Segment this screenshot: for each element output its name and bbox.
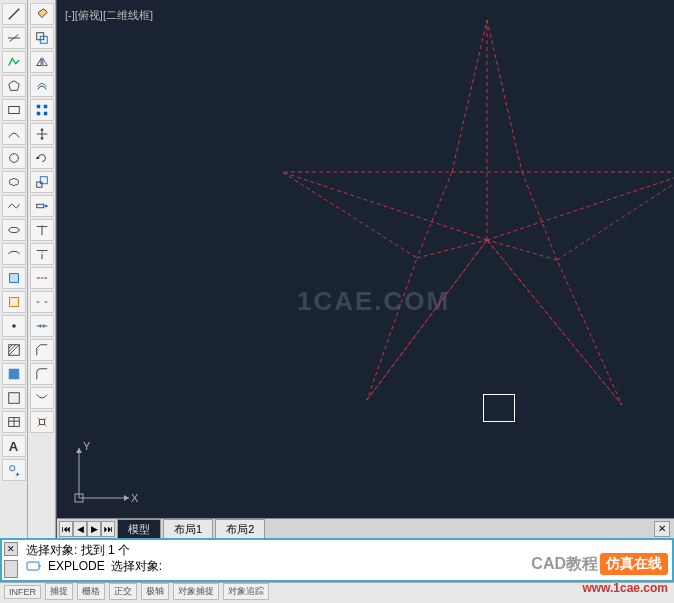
cmd-close-button[interactable]: ✕	[4, 542, 18, 556]
svg-rect-15	[8, 393, 19, 404]
status-ortho[interactable]: 正交	[109, 583, 137, 600]
svg-marker-40	[45, 204, 48, 208]
cmd-prompt-icon	[26, 559, 42, 573]
svg-rect-27	[36, 105, 40, 109]
watermark-url: www.1cae.com	[582, 581, 668, 595]
tool-region[interactable]	[2, 387, 26, 409]
svg-line-63	[487, 240, 622, 405]
tab-model[interactable]: 模型	[117, 519, 161, 539]
tool-explode[interactable]	[30, 411, 54, 433]
tool-construction-line[interactable]	[2, 27, 26, 49]
svg-rect-30	[43, 112, 47, 116]
ucs-icon: X Y	[69, 438, 139, 508]
tool-mtext[interactable]: A	[2, 435, 26, 457]
svg-text:X: X	[131, 492, 139, 504]
tab-layout1[interactable]: 布局1	[163, 519, 213, 539]
tool-fillet[interactable]	[30, 363, 54, 385]
tool-table[interactable]	[2, 411, 26, 433]
tool-revision-cloud[interactable]	[2, 171, 26, 193]
svg-marker-60	[282, 20, 674, 405]
svg-rect-28	[43, 105, 47, 109]
star-drawing	[57, 0, 674, 510]
tool-rotate[interactable]	[30, 147, 54, 169]
status-polar[interactable]: 极轴	[141, 583, 169, 600]
status-bar: INFER 捕捉 栅格 正交 极轴 对象捕捉 对象追踪	[0, 582, 674, 600]
tool-scale[interactable]	[30, 171, 54, 193]
svg-line-68	[487, 240, 557, 260]
tool-circle[interactable]	[2, 147, 26, 169]
svg-point-5	[9, 154, 18, 163]
tool-arc[interactable]	[2, 123, 26, 145]
tool-line[interactable]	[2, 3, 26, 25]
watermark-box: 仿真在线	[600, 553, 668, 575]
svg-line-62	[487, 172, 674, 240]
tool-chamfer[interactable]	[30, 339, 54, 361]
svg-line-67	[522, 172, 557, 260]
svg-line-56	[37, 418, 39, 420]
svg-marker-34	[40, 138, 44, 141]
tool-break-point[interactable]	[30, 267, 54, 289]
tool-polyline[interactable]	[2, 51, 26, 73]
svg-line-65	[282, 172, 487, 240]
tab-layout2[interactable]: 布局2	[215, 519, 265, 539]
tool-insert-block[interactable]	[2, 267, 26, 289]
tool-erase[interactable]	[30, 3, 54, 25]
svg-marker-74	[76, 448, 82, 453]
tool-gradient[interactable]	[2, 363, 26, 385]
tool-polygon[interactable]	[2, 75, 26, 97]
svg-point-49	[41, 277, 43, 279]
tool-make-block[interactable]	[2, 291, 26, 313]
svg-line-57	[44, 418, 46, 420]
tool-blend[interactable]	[30, 387, 54, 409]
svg-point-6	[8, 227, 19, 232]
tool-break[interactable]	[30, 291, 54, 313]
svg-rect-36	[36, 182, 41, 187]
tool-ellipse[interactable]	[2, 219, 26, 241]
svg-rect-14	[8, 369, 19, 380]
tab-scroll-close[interactable]: ✕	[654, 521, 670, 537]
tool-hatch[interactable]	[2, 339, 26, 361]
svg-rect-38	[36, 204, 43, 208]
tool-ellipse-arc[interactable]	[2, 243, 26, 265]
tool-copy[interactable]	[30, 27, 54, 49]
svg-line-0	[8, 9, 19, 20]
watermark-cad-text: CAD教程	[531, 554, 598, 575]
svg-rect-55	[39, 419, 44, 424]
tool-addselected[interactable]	[2, 459, 26, 481]
svg-marker-33	[40, 128, 44, 131]
tool-stretch[interactable]	[30, 195, 54, 217]
status-infer[interactable]: INFER	[4, 585, 41, 599]
tool-join[interactable]	[30, 315, 54, 337]
status-osnap[interactable]: 对象捕捉	[173, 583, 219, 600]
status-snap[interactable]: 捕捉	[45, 583, 73, 600]
tool-trim[interactable]	[30, 219, 54, 241]
tool-offset[interactable]	[30, 75, 54, 97]
cmd-prompt-text: 选择对象:	[111, 558, 162, 575]
tool-rectangle[interactable]	[2, 99, 26, 121]
tab-nav-last[interactable]: ⏭	[101, 521, 115, 537]
tool-array[interactable]	[30, 99, 54, 121]
svg-marker-72	[124, 495, 129, 501]
svg-line-59	[44, 425, 46, 427]
cmd-command-name: EXPLODE	[48, 559, 105, 573]
tool-move[interactable]	[30, 123, 54, 145]
selection-cursor	[483, 394, 515, 422]
svg-rect-78	[27, 562, 39, 570]
tool-extend[interactable]	[30, 243, 54, 265]
tab-nav-prev[interactable]: ◀	[73, 521, 87, 537]
svg-marker-25	[42, 59, 46, 66]
svg-text:Y: Y	[83, 440, 91, 452]
svg-rect-4	[8, 107, 19, 114]
tool-mirror[interactable]	[30, 51, 54, 73]
tool-spline[interactable]	[2, 195, 26, 217]
tool-point[interactable]	[2, 315, 26, 337]
svg-marker-24	[36, 59, 40, 66]
tab-nav-first[interactable]: ⏮	[59, 521, 73, 537]
status-otrack[interactable]: 对象追踪	[223, 583, 269, 600]
svg-point-19	[9, 466, 14, 471]
status-grid[interactable]: 栅格	[77, 583, 105, 600]
cmd-drag-handle[interactable]	[4, 560, 18, 578]
drawing-canvas[interactable]: [-][俯视][二维线框] 1CAE.COM	[56, 0, 674, 538]
tab-nav-next[interactable]: ▶	[87, 521, 101, 537]
svg-line-58	[37, 425, 39, 427]
